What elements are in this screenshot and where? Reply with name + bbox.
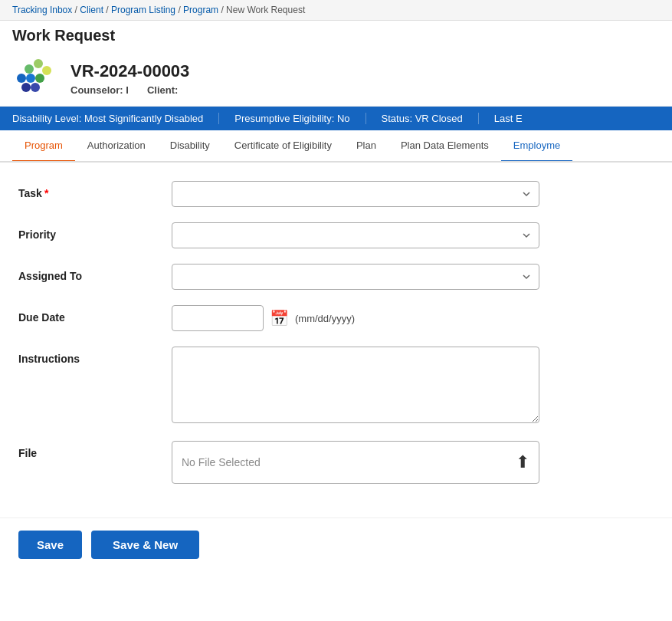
- calendar-icon[interactable]: 📅: [270, 309, 289, 327]
- disability-level-status: Disability Level: Most Significantly Dis…: [12, 113, 219, 124]
- priority-label: Priority: [18, 222, 172, 241]
- page-title: Work Request: [12, 27, 660, 44]
- due-date-label: Due Date: [18, 305, 172, 324]
- svg-point-7: [31, 83, 40, 92]
- file-placeholder-text: No File Selected: [182, 456, 261, 468]
- client-label: Client:: [147, 84, 178, 96]
- file-label: File: [18, 441, 172, 459]
- file-row: File No File Selected ⬆: [18, 441, 654, 484]
- task-control: [172, 181, 539, 207]
- tab-plan[interactable]: Plan: [344, 130, 388, 163]
- tab-certificate-of-eligibility[interactable]: Certificate of Eligibility: [222, 130, 344, 163]
- svg-point-5: [35, 74, 44, 83]
- header: VR-2024-00003 Counselor: I Client:: [0, 48, 672, 107]
- date-format-hint: (mm/dd/yyyy): [295, 313, 355, 324]
- tab-employment[interactable]: Employme: [501, 130, 572, 163]
- instructions-control: [172, 347, 539, 426]
- tabs-bar: Program Authorization Disability Certifi…: [0, 130, 672, 163]
- priority-control: [172, 222, 539, 248]
- task-row: Task*: [18, 181, 654, 207]
- svg-point-0: [25, 64, 34, 74]
- task-select[interactable]: [172, 181, 539, 207]
- tab-program[interactable]: Program: [12, 130, 75, 163]
- counselor-label: Counselor:: [70, 84, 123, 96]
- priority-select[interactable]: [172, 222, 539, 248]
- vr-status: Status: VR Closed: [382, 113, 479, 124]
- priority-row: Priority: [18, 222, 654, 248]
- save-new-button[interactable]: Save & New: [91, 531, 199, 559]
- assigned-to-label: Assigned To: [18, 264, 172, 282]
- last-status: Last E: [494, 113, 538, 124]
- instructions-row: Instructions: [18, 347, 654, 426]
- due-date-row: Due Date 📅 (mm/dd/yyyy): [18, 305, 654, 331]
- save-button[interactable]: Save: [18, 531, 82, 559]
- task-required-indicator: *: [44, 187, 48, 199]
- instructions-label: Instructions: [18, 347, 172, 365]
- tab-plan-data-elements[interactable]: Plan Data Elements: [388, 130, 501, 163]
- breadcrumb-tracking-inbox[interactable]: Tracking Inbox: [12, 5, 72, 15]
- breadcrumb-client[interactable]: Client: [80, 5, 103, 15]
- breadcrumb-current: New Work Request: [226, 5, 305, 15]
- client-field: Client:: [147, 84, 178, 96]
- due-date-input[interactable]: [172, 305, 264, 331]
- presumptive-status: Presumptive Eligibility: No: [234, 113, 366, 124]
- counselor-field: Counselor: I: [70, 84, 129, 96]
- breadcrumb: Tracking Inbox / Client / Program Listin…: [0, 0, 672, 21]
- instructions-textarea[interactable]: [172, 347, 539, 423]
- counselor-value: I: [126, 84, 129, 96]
- tab-disability[interactable]: Disability: [158, 130, 222, 163]
- svg-point-1: [34, 59, 43, 68]
- assigned-to-row: Assigned To: [18, 264, 654, 290]
- due-date-control: 📅 (mm/dd/yyyy): [172, 305, 539, 331]
- breadcrumb-program-listing[interactable]: Program Listing: [111, 5, 175, 15]
- assigned-to-select[interactable]: [172, 264, 539, 290]
- status-bar: Disability Level: Most Significantly Dis…: [0, 107, 672, 130]
- svg-point-2: [42, 66, 51, 75]
- tab-authorization[interactable]: Authorization: [75, 130, 158, 163]
- svg-point-3: [17, 74, 26, 83]
- upload-icon[interactable]: ⬆: [516, 452, 529, 472]
- breadcrumb-program[interactable]: Program: [183, 5, 218, 15]
- footer-buttons: Save Save & New: [0, 518, 672, 571]
- work-request-form: Task* Priority Assigned To Due Date: [0, 163, 672, 511]
- svg-point-4: [26, 74, 35, 83]
- page-title-bar: Work Request: [0, 21, 672, 48]
- file-upload-box[interactable]: No File Selected ⬆: [172, 441, 539, 484]
- assigned-to-control: [172, 264, 539, 290]
- app-logo: [12, 55, 58, 101]
- svg-point-6: [21, 83, 31, 92]
- record-id: VR-2024-00003: [70, 61, 189, 81]
- task-label: Task*: [18, 181, 172, 199]
